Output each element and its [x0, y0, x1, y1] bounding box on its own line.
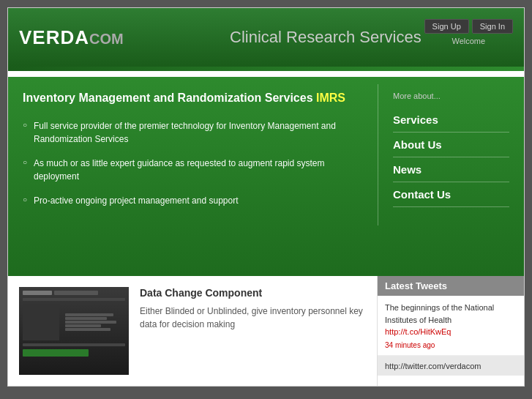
list-item: Full service provider of the premier tec…	[23, 119, 363, 146]
thumb-label	[23, 291, 52, 295]
imrs-title-main: Inventory Management and Randomization S…	[23, 92, 313, 104]
sidebar-item-contact-us[interactable]: Contact Us	[393, 182, 509, 207]
twitter-link-box: http://twitter.com/verdacom	[378, 356, 524, 376]
white-strip	[8, 71, 524, 77]
tweet-text: The beginnings of the National Institute…	[385, 302, 517, 338]
sidebar-item-services[interactable]: Services	[393, 108, 509, 133]
signin-button[interactable]: Sign In	[472, 19, 513, 34]
thumb-line	[65, 321, 116, 324]
outer-wrapper: VERDA COM Clinical Research Services Sig…	[0, 0, 532, 394]
thumb-line	[65, 313, 113, 316]
thumbnail-inner	[19, 287, 129, 375]
header-buttons: Sign Up Sign In Welcome	[424, 19, 513, 45]
banner-left: Inventory Management and Randomization S…	[23, 84, 363, 225]
thumb-line	[23, 298, 125, 301]
tweet-content: The beginnings of the National Institute…	[378, 296, 524, 356]
bottom-right: Latest Tweets The beginnings of the Nati…	[378, 276, 524, 386]
bullet-list: Full service provider of the premier tec…	[23, 119, 363, 207]
header: VERDA COM Clinical Research Services Sig…	[8, 8, 524, 67]
sidebar-item-news[interactable]: News	[393, 157, 509, 182]
data-change-title: Data Change Component	[140, 287, 366, 299]
logo-verda: VERDA	[19, 26, 89, 49]
tweets-header: Latest Tweets	[378, 276, 524, 296]
thumb-row	[23, 304, 125, 340]
signup-button[interactable]: Sign Up	[424, 19, 469, 34]
thumb-label	[54, 291, 98, 295]
thumb-line	[65, 328, 110, 331]
welcome-text: Welcome	[452, 37, 485, 45]
thumb-row	[23, 349, 125, 357]
thumb-text-block	[65, 313, 125, 332]
tweet-link[interactable]: http://t.co/HitKwEq	[385, 327, 451, 336]
thumb-row	[23, 291, 125, 295]
more-about: More about...	[393, 92, 509, 100]
logo: VERDA COM	[19, 26, 124, 49]
banner-right: More about... Services About Us News Con…	[378, 84, 509, 225]
thumb-line	[65, 324, 101, 327]
bottom-left: Data Change Component Either Blinded or …	[8, 276, 378, 386]
bottom-section: Data Change Component Either Blinded or …	[8, 276, 524, 386]
twitter-link[interactable]: http://twitter.com/verdacom	[385, 362, 481, 370]
list-item: Pro-active ongoing project management an…	[23, 194, 363, 207]
list-item: As much or as little expert guidance as …	[23, 157, 363, 183]
tweet-time: 34 minutes ago	[385, 341, 517, 349]
thumbnail-box	[19, 287, 129, 375]
data-change-info: Data Change Component Either Blinded or …	[140, 287, 366, 375]
thumb-line	[23, 343, 125, 346]
sidebar-item-about-us[interactable]: About Us	[393, 133, 509, 157]
logo-com: COM	[89, 31, 124, 48]
imrs-title: Inventory Management and Randomization S…	[23, 92, 363, 105]
imrs-highlight: IMRS	[316, 92, 345, 104]
thumb-block	[23, 304, 59, 340]
header-btn-row: Sign Up Sign In	[424, 19, 513, 34]
banner-inner: Inventory Management and Randomization S…	[23, 84, 509, 225]
main-container: VERDA COM Clinical Research Services Sig…	[7, 7, 525, 387]
thumb-line	[65, 317, 107, 320]
data-change-desc: Either Blinded or Unblinded, give invent…	[140, 305, 366, 331]
green-banner: Inventory Management and Randomization S…	[8, 71, 524, 276]
tweet-text-span: The beginnings of the National Institute…	[385, 303, 494, 324]
thumb-label	[23, 349, 89, 357]
